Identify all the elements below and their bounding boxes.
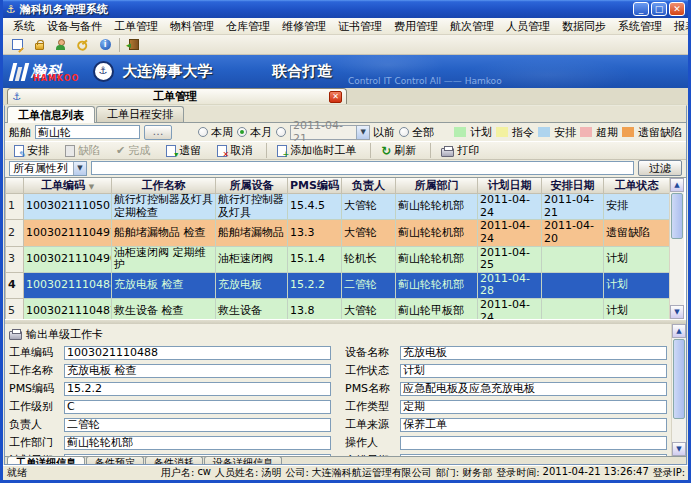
tab-work-order-detail[interactable]: 工单详细信息 xyxy=(7,456,85,465)
tab-spare-reserve[interactable]: 备件预定 xyxy=(86,456,144,465)
print-work-card-button[interactable]: 输出单级工作卡 xyxy=(9,326,149,342)
column-filter-row: 所有属性列 ▼ 过滤 xyxy=(5,160,686,177)
date-combo-arrow-icon: ▼ xyxy=(356,126,369,139)
detail-row: 负责人 工单来源 xyxy=(9,417,667,432)
header-equipment[interactable]: 所属设备 xyxy=(216,178,288,194)
pms-name-field[interactable] xyxy=(400,382,667,396)
cancel-button[interactable]: ✕取消 xyxy=(212,141,261,160)
header-name[interactable]: 工作名称 xyxy=(112,178,216,194)
filter-button[interactable]: 过滤 xyxy=(638,160,682,176)
radio-before-date[interactable] xyxy=(276,127,286,137)
work-name-field[interactable] xyxy=(64,364,331,378)
menu-certificates[interactable]: 证书管理 xyxy=(332,18,388,35)
menu-work-orders[interactable]: 工单管理 xyxy=(108,18,164,35)
menu-costs[interactable]: 费用管理 xyxy=(388,18,444,35)
operator-field[interactable] xyxy=(400,436,667,450)
work-order-code-field[interactable] xyxy=(64,346,331,360)
menu-system[interactable]: 系统 xyxy=(7,18,41,35)
work-level-field[interactable] xyxy=(64,400,331,414)
pms-code-field[interactable] xyxy=(64,382,331,396)
menu-system-mgmt[interactable]: 系统管理 xyxy=(612,18,668,35)
work-type-field[interactable] xyxy=(400,400,667,414)
ship-input[interactable] xyxy=(35,125,140,139)
ship-browse-button[interactable]: … xyxy=(144,125,172,140)
radio-all[interactable] xyxy=(399,127,409,137)
maximize-button[interactable]: □ xyxy=(651,2,667,16)
mdi-tab-work-orders[interactable]: ⚓ 工单管理 ✕ xyxy=(7,88,347,104)
menu-materials[interactable]: 物料管理 xyxy=(164,18,220,35)
key-icon[interactable] xyxy=(75,37,91,52)
header-person[interactable]: 负责人 xyxy=(342,178,396,194)
menu-voyage[interactable]: 航次管理 xyxy=(444,18,500,35)
scroll-up-icon[interactable]: ▲ xyxy=(672,324,686,338)
header-code[interactable]: 工单编码 ▼ xyxy=(24,178,112,194)
refresh-button[interactable]: ↻刷新 xyxy=(376,141,425,160)
scroll-up-icon[interactable]: ▲ xyxy=(670,178,684,192)
table-row[interactable]: 31003021110496油柜速闭阀 定期维护油柜速闭阀15.1.4轮机长蓟山… xyxy=(6,246,670,272)
menu-reports[interactable]: 报表管理 xyxy=(668,18,691,35)
filter-text-input[interactable] xyxy=(91,161,634,175)
equipment-name-field[interactable] xyxy=(400,346,667,360)
work-department-field[interactable] xyxy=(64,436,331,450)
header-status[interactable]: 工单状态 xyxy=(604,178,670,194)
arrange-date-field[interactable] xyxy=(400,454,667,457)
date-combo[interactable]: 2011-04-21 ▼ xyxy=(290,125,370,140)
header-pms[interactable]: PMS编码 xyxy=(288,178,342,194)
mdi-tab-strip: ⚓ 工单管理 ✕ xyxy=(3,88,688,105)
tab-spare-consumption[interactable]: 备件消耗 xyxy=(145,456,203,465)
defect-button[interactable]: 缺陷 xyxy=(60,141,109,160)
mdi-tab-close-icon[interactable]: ✕ xyxy=(329,91,342,103)
radio-this-month[interactable] xyxy=(237,127,247,137)
header-plan-date[interactable]: 计划日期 xyxy=(478,178,542,194)
company-value: 大连瀚科航运管理有限公司 xyxy=(312,466,432,480)
header-department[interactable]: 所属部门 xyxy=(396,178,478,194)
done-button[interactable]: ✔完成 xyxy=(111,141,159,160)
menu-equipment-spares[interactable]: 设备与备件 xyxy=(41,18,108,35)
table-row[interactable]: 11003021110501航行灯控制器及灯具 定期检查航行灯控制器及灯具15.… xyxy=(6,194,670,220)
radio-this-week[interactable] xyxy=(198,127,208,137)
leave-over-button[interactable]: ▾遗留 xyxy=(161,141,210,160)
close-button[interactable]: ✕ xyxy=(669,2,685,16)
person-field[interactable] xyxy=(64,418,331,432)
status-bar: 就绪 用户名:cw 人员姓名:汤明 公司:大连瀚科航运管理有限公司 部门:财务部… xyxy=(3,465,688,480)
action-separator xyxy=(370,143,371,158)
arrange-button[interactable]: ✎安排 xyxy=(9,141,58,160)
menu-data-sync[interactable]: 数据同步 xyxy=(556,18,612,35)
columns-dropdown[interactable]: 所有属性列 ▼ xyxy=(9,161,87,176)
table-row[interactable]: 21003021110497船舶堵漏物品 检查船舶堵漏物品13.3大管轮蓟山轮轮… xyxy=(6,220,670,246)
order-source-field[interactable] xyxy=(400,418,667,432)
user-icon[interactable] xyxy=(53,37,69,52)
tab-work-order-schedule[interactable]: 工单日程安排 xyxy=(96,106,184,122)
plan-date-field[interactable] xyxy=(64,454,331,457)
edit-note-icon[interactable] xyxy=(9,37,25,52)
header-arrange-date[interactable]: 安排日期 xyxy=(542,178,604,194)
table-row[interactable]: 51003021110487救生设备 检查救生设备13.8大管轮蓟山轮甲板部20… xyxy=(6,299,670,319)
scroll-thumb[interactable] xyxy=(671,193,683,239)
detail-row: 计划日期 安排日期 xyxy=(9,453,667,456)
table-row-selected[interactable]: 41003021110488充放电板 检查充放电板15.2.2二管轮蓟山轮轮机部… xyxy=(6,272,670,298)
work-status-field[interactable] xyxy=(400,364,667,378)
lock-icon[interactable] xyxy=(31,37,47,52)
scroll-thumb[interactable] xyxy=(673,339,685,419)
scroll-down-icon[interactable]: ▼ xyxy=(670,305,684,319)
grid-vertical-scrollbar[interactable]: ▲ ▼ xyxy=(669,178,684,319)
field-label: 计划日期 xyxy=(9,453,61,456)
menu-warehouse[interactable]: 仓库管理 xyxy=(220,18,276,35)
about-icon[interactable]: i xyxy=(97,37,113,52)
minimize-button[interactable]: _ xyxy=(633,2,649,16)
tab-equipment-detail[interactable]: 设备详细信息 xyxy=(204,456,282,465)
scroll-down-icon[interactable]: ▼ xyxy=(672,442,686,456)
print-button[interactable]: 打印 xyxy=(436,141,488,160)
brand-banner: 瀚科 HAMKOO 大连海事大学 联合打造 Control IT Control… xyxy=(3,55,688,88)
menu-personnel[interactable]: 人员管理 xyxy=(500,18,556,35)
field-label: 工作名称 xyxy=(9,363,61,378)
detail-vertical-scrollbar[interactable]: ▲ ▼ xyxy=(671,324,686,456)
tab-work-order-list[interactable]: 工单信息列表 xyxy=(7,106,95,123)
university-badge-icon xyxy=(93,61,114,82)
work-order-grid: 工单编码 ▼ 工作名称 所属设备 PMS编码 负责人 所属部门 计划日期 安排日… xyxy=(5,177,686,319)
exit-icon[interactable] xyxy=(126,37,142,52)
add-temp-order-button[interactable]: +添加临时工单 xyxy=(272,141,365,160)
field-label: 安排日期 xyxy=(345,453,397,456)
menu-maintenance[interactable]: 维修管理 xyxy=(276,18,332,35)
company-label: 公司: xyxy=(285,466,308,480)
